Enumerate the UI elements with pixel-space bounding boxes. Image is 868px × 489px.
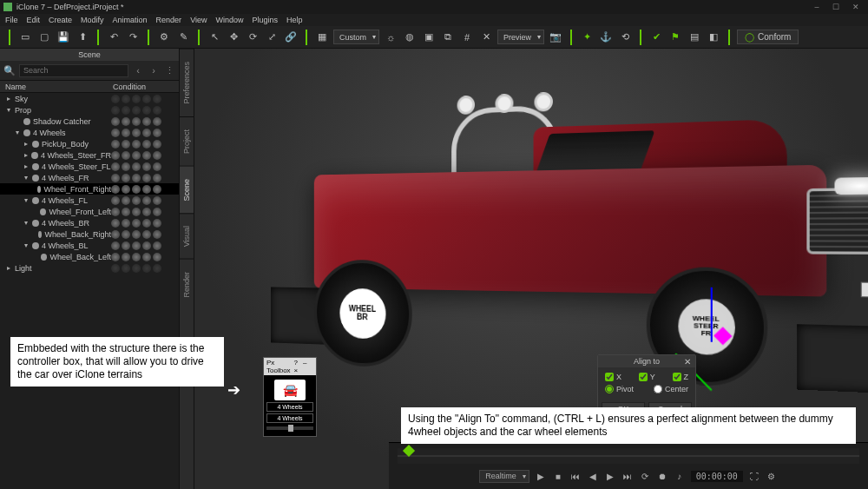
tool-icon[interactable]: ✎: [175, 30, 191, 45]
preview-dropdown[interactable]: Preview: [497, 30, 544, 44]
tree-row[interactable]: ▾4 Wheels_BR: [0, 217, 179, 228]
px-controls[interactable]: ? – ×: [293, 359, 313, 374]
expander-icon[interactable]: ▾: [23, 241, 30, 249]
condition-icon[interactable]: [142, 151, 151, 160]
expander-icon[interactable]: ▾: [14, 129, 21, 136]
condition-icon[interactable]: [153, 253, 161, 261]
condition-icon[interactable]: [132, 174, 141, 182]
sheet-icon[interactable]: ▤: [687, 30, 702, 45]
condition-icon[interactable]: [153, 230, 161, 239]
condition-icon[interactable]: [132, 241, 141, 250]
condition-icon[interactable]: [142, 95, 151, 103]
condition-icon[interactable]: [111, 253, 120, 261]
playback-mode-dropdown[interactable]: Realtime: [479, 470, 529, 483]
condition-icon[interactable]: [153, 264, 161, 273]
align-x-check[interactable]: X: [605, 373, 621, 381]
condition-icon[interactable]: [153, 196, 161, 205]
tree-row[interactable]: ▾4 Wheels_FR: [0, 172, 179, 183]
menu-plugins[interactable]: Plugins: [253, 16, 279, 24]
condition-icon[interactable]: [153, 219, 161, 228]
condition-icon[interactable]: [153, 106, 161, 115]
flag-icon[interactable]: ⚑: [667, 30, 683, 45]
condition-icon[interactable]: [122, 241, 130, 250]
filter-icon[interactable]: ⋮: [163, 65, 175, 76]
condition-icon[interactable]: [132, 196, 141, 205]
light-icon[interactable]: ☼: [383, 30, 398, 45]
tool-icon[interactable]: ⚙: [156, 30, 172, 45]
condition-icon[interactable]: [111, 219, 120, 228]
tree-row[interactable]: Wheel_Back_Left: [0, 251, 179, 262]
condition-icon[interactable]: [132, 95, 141, 103]
condition-icon[interactable]: [111, 95, 120, 103]
scale-icon[interactable]: ⤢: [264, 30, 279, 45]
dup-icon[interactable]: ⧉: [440, 30, 456, 45]
align-z-check[interactable]: Z: [673, 373, 689, 381]
conform-button[interactable]: ◯Conform: [737, 30, 799, 44]
expander-icon[interactable]: ▾: [23, 196, 30, 204]
anchor-icon[interactable]: ⚓: [598, 30, 614, 45]
expander-icon[interactable]: ▸: [5, 95, 12, 102]
condition-icon[interactable]: [122, 140, 130, 149]
stop-icon[interactable]: ■: [552, 472, 564, 481]
condition-icon[interactable]: [142, 129, 151, 137]
tree-row[interactable]: ▸Sky: [0, 93, 179, 104]
condition-icon[interactable]: [142, 174, 151, 182]
condition-icon[interactable]: [132, 151, 141, 160]
cube-icon[interactable]: ◧: [706, 30, 721, 45]
rotate-icon[interactable]: ⟳: [245, 30, 260, 45]
menu-modify[interactable]: Modify: [81, 16, 104, 24]
open-icon[interactable]: ▢: [36, 30, 52, 45]
align-pivot-radio[interactable]: Pivot: [605, 385, 634, 393]
condition-icon[interactable]: [132, 129, 141, 137]
condition-icon[interactable]: [122, 196, 130, 205]
condition-icon[interactable]: [111, 264, 120, 273]
tree-row[interactable]: ▾4 Wheels_BL: [0, 240, 179, 251]
audio-icon[interactable]: ♪: [674, 472, 686, 481]
export-icon[interactable]: ⬆: [75, 30, 90, 45]
redo-icon[interactable]: ↷: [125, 30, 141, 45]
cycle-icon[interactable]: ⟲: [617, 30, 633, 45]
condition-icon[interactable]: [111, 174, 120, 182]
condition-icon[interactable]: [132, 106, 141, 115]
condition-icon[interactable]: [122, 253, 130, 261]
px-slider[interactable]: [266, 426, 313, 430]
condition-icon[interactable]: [132, 264, 141, 273]
search-icon[interactable]: 🔍: [3, 65, 16, 76]
tab-render[interactable]: Render: [180, 259, 194, 310]
link-icon[interactable]: 🔗: [283, 30, 299, 45]
condition-icon[interactable]: [132, 185, 141, 194]
condition-icon[interactable]: [132, 253, 141, 261]
tree-row[interactable]: ▾Prop: [0, 104, 179, 116]
expander-icon[interactable]: ▸: [5, 264, 12, 272]
view-icon[interactable]: ▦: [314, 30, 330, 45]
search-input[interactable]: [19, 64, 128, 77]
condition-icon[interactable]: [122, 162, 130, 171]
tab-project[interactable]: Project: [180, 116, 194, 166]
prev-frame-icon[interactable]: ◀: [587, 472, 599, 481]
menu-edit[interactable]: Edit: [27, 16, 41, 24]
condition-icon[interactable]: [122, 219, 130, 228]
tree-row[interactable]: Wheel_Front_Right: [0, 183, 179, 195]
align-center-radio[interactable]: Center: [654, 385, 688, 393]
expander-icon[interactable]: ▾: [5, 106, 12, 114]
condition-icon[interactable]: [153, 129, 161, 137]
condition-icon[interactable]: [111, 162, 120, 171]
tree-row[interactable]: ▸4 Wheels_Steer_FL: [0, 161, 179, 172]
condition-icon[interactable]: [142, 185, 151, 194]
tree-row[interactable]: ▾4 Wheels_FL: [0, 195, 179, 206]
condition-icon[interactable]: [122, 117, 130, 126]
condition-icon[interactable]: [153, 185, 161, 194]
timeline-track[interactable]: [398, 448, 859, 464]
condition-icon[interactable]: [132, 140, 141, 149]
condition-icon[interactable]: [111, 106, 120, 115]
chevron-right-icon[interactable]: ›: [148, 65, 160, 76]
condition-icon[interactable]: [111, 185, 120, 194]
condition-icon[interactable]: [111, 140, 120, 149]
condition-icon[interactable]: [122, 230, 130, 239]
expander-icon[interactable]: ▾: [23, 174, 30, 182]
condition-icon[interactable]: [132, 162, 141, 171]
condition-icon[interactable]: [122, 151, 130, 160]
menu-window[interactable]: Window: [215, 16, 243, 24]
condition-icon[interactable]: [111, 196, 120, 205]
condition-icon[interactable]: [142, 196, 151, 205]
